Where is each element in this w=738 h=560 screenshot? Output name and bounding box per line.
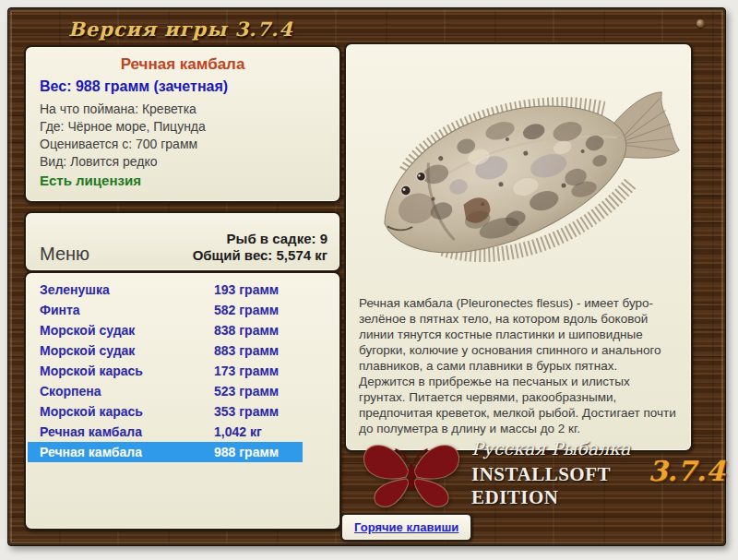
list-item[interactable]: Речная камбала988 грамм [28,442,303,462]
fish-name: Зеленушка [40,280,110,300]
license-link[interactable]: Есть лицензия [40,173,141,188]
fish-info-panel: Речная камбала Вес: 988 грамм (зачетная)… [24,45,341,203]
fish-detail-line: Вид: Ловится редко [40,153,339,171]
fish-name: Морской карась [40,361,143,381]
fish-weight-line: Вес: 988 грамм (зачетная) [40,78,339,95]
list-item[interactable]: Морской судак838 грамм [28,320,303,340]
fish-weight: 883 грамм [214,340,279,361]
edition-label: INSTALLSOFT EDITION [471,463,638,509]
fish-details: На что поймана: КреветкаГде: Чёрное море… [40,101,339,171]
menu-button[interactable]: Меню [40,244,89,265]
fish-weight: 988 грамм [214,442,279,462]
fish-description-text: Речная камбала (Pleuronectes flesus) - и… [359,295,676,436]
fish-name: Финта [40,300,80,320]
fish-detail-line: Где: Чёрное море, Пицунда [40,118,339,136]
total-weight-line: Общий вес: 5,574 кг [193,247,327,264]
list-item[interactable]: Финта582 грамм [28,300,303,320]
fish-weight: 193 грамм [214,280,279,300]
fish-name: Скорпена [40,381,101,401]
list-item[interactable]: Морской судак883 грамм [28,340,303,361]
fish-name: Речная камбала [40,442,142,462]
fish-weight: 582 грамм [214,300,279,320]
fish-title: Речная камбала [26,55,339,74]
catch-list: Зеленушка193 граммФинта582 граммМорской … [28,280,303,462]
list-item[interactable]: Речная камбала1,042 кг [28,422,303,442]
butterfly-logo-icon [357,439,466,509]
fish-detail-line: На что поймана: Креветка [40,101,339,118]
fish-image [346,50,691,293]
game-window: Версия игры 3.7.4 Речная камбала Вес: 98… [7,7,726,546]
fish-weight: 353 грамм [214,401,279,422]
fish-name: Речная камбала [40,422,142,442]
list-item[interactable]: Скорпена523 грамм [28,381,303,401]
flounder-illustration [346,50,691,293]
branding: Русская Рыбалка INSTALLSOFT EDITION 3.7.… [357,438,725,509]
edition-version: 3.7.4 [648,459,725,483]
fish-weight: 523 грамм [214,381,279,401]
fish-count-line: Рыб в садке: 9 [193,231,327,247]
fish-weight: 1,042 кг [214,422,262,442]
list-item[interactable]: Зеленушка193 грамм [28,280,303,300]
fish-name: Морской карась [40,401,143,422]
hotkeys-button-label: Горячие клавиши [354,520,458,534]
brand-text: Русская Рыбалка INSTALLSOFT EDITION 3.7.… [471,438,725,509]
hotkeys-button[interactable]: Горячие клавиши [340,513,472,542]
fish-detail-line: Оценивается с: 700 грамм [40,136,339,153]
fish-name: Морской судак [40,340,135,361]
fish-weight: 173 грамм [214,361,279,381]
fish-description-panel: Речная камбала (Pleuronectes flesus) - и… [344,42,693,452]
list-item[interactable]: Морской карась353 грамм [28,401,303,422]
catch-list-panel: Зеленушка193 граммФинта582 граммМорской … [24,271,341,530]
game-version-label: Версия игры 3.7.4 [24,18,338,41]
list-item[interactable]: Морской карась173 грамм [28,361,303,381]
menu-panel: Меню Рыб в садке: 9 Общий вес: 5,574 кг [24,211,341,272]
cage-stats: Рыб в садке: 9 Общий вес: 5,574 кг [193,231,327,264]
fish-weight: 838 грамм [214,320,279,340]
screw-icon [696,19,705,28]
fish-name: Морской судак [40,320,135,340]
